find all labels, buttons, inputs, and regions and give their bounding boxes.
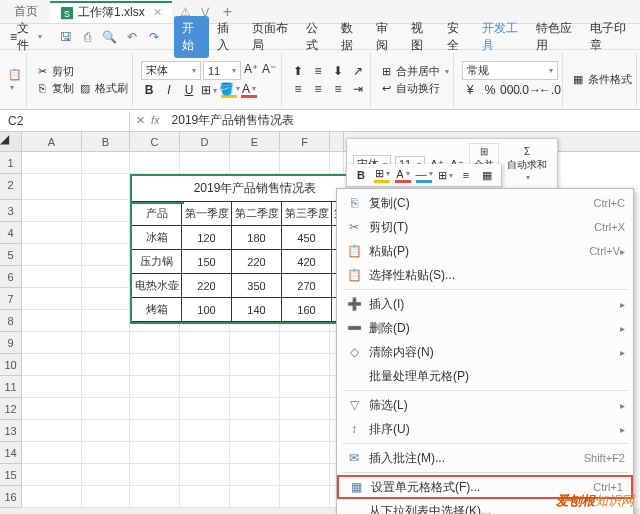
mini-border-icon[interactable]: ⊞▾ [437,167,453,183]
cell[interactable] [130,152,180,174]
cell[interactable] [22,200,82,222]
col-header[interactable]: B [82,132,130,151]
cell[interactable] [230,486,280,508]
cell[interactable] [82,200,130,222]
formula-input[interactable]: 2019年产品销售情况表 [166,110,640,131]
cell[interactable] [22,266,82,288]
tab-view[interactable]: 视图 [403,16,438,58]
cell[interactable] [180,354,230,376]
mini-underline-icon[interactable]: —▾ [416,167,432,183]
fx-icon[interactable]: fx [151,114,160,127]
tab-start[interactable]: 开始 [174,16,209,58]
dec-decimal-icon[interactable]: ←.0 [542,82,558,98]
table-header-cell[interactable]: 产品 [132,202,182,226]
cell[interactable] [280,332,330,354]
merge-center-button[interactable]: ⊞合并居中▾ [379,64,449,79]
bold-button[interactable]: B [141,82,157,98]
cell[interactable] [130,398,180,420]
cut-button[interactable]: ✂剪切 [35,64,128,79]
cell[interactable] [130,442,180,464]
col-header[interactable]: A [22,132,82,151]
col-header[interactable]: D [180,132,230,151]
cell[interactable] [230,376,280,398]
menu-item-sort[interactable]: ↕排序(U)▸ [337,417,633,441]
mini-format-icon[interactable]: ▦ [479,167,495,183]
row-header[interactable]: 6 [0,266,21,288]
cell[interactable] [280,464,330,486]
percent-icon[interactable]: % [482,82,498,98]
cell[interactable] [22,222,82,244]
select-all-corner[interactable]: ◢ [0,132,22,151]
cell[interactable] [180,442,230,464]
row-header[interactable]: 10 [0,354,21,376]
align-right-icon[interactable]: ≡ [330,81,346,97]
cell[interactable] [22,310,82,332]
cell[interactable] [82,288,130,310]
cell[interactable] [22,464,82,486]
font-color-button[interactable]: A▾ [241,82,257,98]
table-cell[interactable]: 350 [232,274,282,298]
cell[interactable] [22,244,82,266]
row-header[interactable]: 9 [0,332,21,354]
cell[interactable] [130,464,180,486]
cell[interactable] [82,376,130,398]
cell[interactable] [230,420,280,442]
tab-security[interactable]: 安全 [439,16,474,58]
cell[interactable] [280,354,330,376]
cell[interactable] [230,332,280,354]
decrease-font-icon[interactable]: A⁻ [261,61,277,77]
menu-item-delete[interactable]: ➖删除(D)▸ [337,316,633,340]
cell[interactable] [280,398,330,420]
row-header[interactable]: 3 [0,200,21,222]
table-header-cell[interactable]: 第一季度 [182,202,232,226]
mini-bold-icon[interactable]: B [353,167,369,183]
row-header[interactable]: 12 [0,398,21,420]
file-tab[interactable]: S 工作簿1.xlsx ✕ [50,1,172,23]
align-middle-icon[interactable]: ≡ [310,63,326,79]
tab-data[interactable]: 数据 [333,16,368,58]
font-size-select[interactable]: 11▾ [203,61,241,80]
col-header[interactable]: F [280,132,330,151]
paste-button[interactable]: 📋 [8,67,22,81]
cell[interactable] [82,332,130,354]
redo-icon[interactable]: ↷ [146,29,162,45]
table-cell[interactable]: 180 [232,226,282,250]
table-cell[interactable]: 压力锅 [132,250,182,274]
cell[interactable] [180,486,230,508]
cell[interactable] [82,354,130,376]
italic-button[interactable]: I [161,82,177,98]
table-cell[interactable]: 冰箱 [132,226,182,250]
tab-special[interactable]: 特色应用 [528,16,582,58]
tab-review[interactable]: 审阅 [368,16,403,58]
cell[interactable] [230,398,280,420]
col-header[interactable]: C [130,132,180,151]
menu-item-batch[interactable]: 批量处理单元格(P) [337,364,633,388]
cell[interactable] [130,420,180,442]
cell[interactable] [82,244,130,266]
tab-formula[interactable]: 公式 [298,16,333,58]
name-box[interactable]: C2 [0,112,130,130]
cell[interactable] [82,174,130,200]
cell[interactable] [82,222,130,244]
tab-stamp[interactable]: 电子印章 [582,16,636,58]
align-bottom-icon[interactable]: ⬇ [330,63,346,79]
currency-icon[interactable]: ¥ [462,82,478,98]
row-header[interactable]: 8 [0,310,21,332]
cell[interactable] [280,420,330,442]
cell[interactable] [330,152,344,174]
inc-decimal-icon[interactable]: .0→ [522,82,538,98]
cell[interactable] [82,152,130,174]
cell[interactable] [280,486,330,508]
cell[interactable] [82,464,130,486]
cell[interactable] [280,442,330,464]
cell[interactable] [130,332,180,354]
cell[interactable] [82,266,130,288]
orientation-icon[interactable]: ↗ [350,63,366,79]
cell[interactable] [82,486,130,508]
indent-icon[interactable]: ⇥ [350,81,366,97]
cell[interactable] [22,174,82,200]
table-cell[interactable]: 420 [282,250,332,274]
file-menu[interactable]: ≡ 文件▾ [4,18,48,56]
cell[interactable] [180,152,230,174]
tab-layout[interactable]: 页面布局 [244,16,298,58]
